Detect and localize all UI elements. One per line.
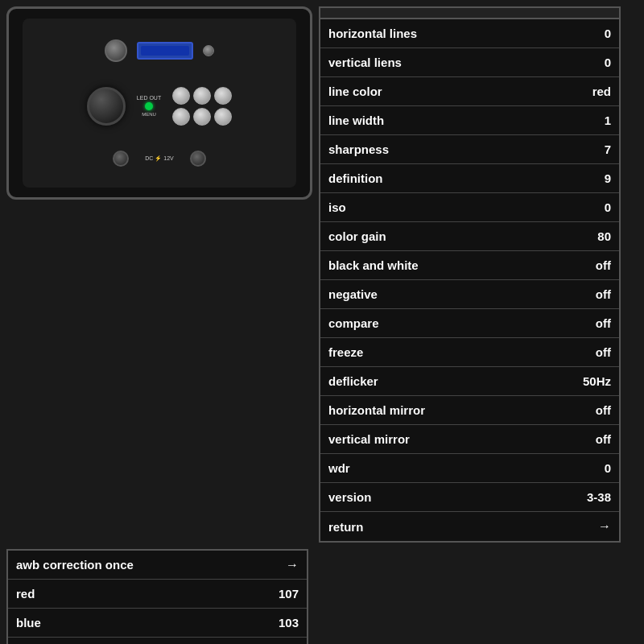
left-menu-panel: awb correction once→red107blue103awb mod… (6, 549, 308, 644)
camera-bottom-row: DC ⚡ 12V (31, 151, 288, 167)
camera-led-section: LED OUT MENU (137, 95, 161, 117)
right-row-label-15: wdr (328, 461, 350, 475)
right-menu-row-9[interactable]: negativeoff (320, 280, 619, 309)
left-row-value-0: → (286, 558, 299, 572)
right-row-label-1: vertical liens (328, 56, 402, 69)
right-row-value-0: 0 (605, 27, 611, 40)
right-row-label-14: vertical mirror (328, 432, 410, 446)
left-row-value-2: 103 (279, 616, 299, 630)
right-menu-row-17[interactable]: return→ (320, 512, 619, 541)
camera-section: LED OUT MENU DC ⚡ 12V (6, 6, 638, 543)
camera-knob-left (105, 39, 127, 62)
right-menu-row-4[interactable]: sharpness7 (320, 135, 619, 164)
right-row-label-7: color gain (328, 229, 386, 243)
camera-btn-2 (193, 87, 211, 105)
right-menu-row-10[interactable]: compareoff (320, 309, 619, 338)
camera-btn-4 (172, 108, 190, 126)
right-menu-row-7[interactable]: color gain80 (320, 222, 619, 251)
right-row-value-1: 0 (605, 56, 611, 69)
right-row-label-10: compare (328, 316, 379, 330)
right-row-value-15: 0 (605, 461, 611, 475)
left-rows-container: awb correction once→red107blue103awb mod… (8, 551, 307, 644)
camera-screw-right (203, 45, 214, 56)
camera-led-label: LED OUT (137, 95, 161, 101)
camera-device-image: LED OUT MENU DC ⚡ 12V (6, 6, 312, 200)
right-row-label-16: version (328, 490, 371, 504)
right-menu-row-15[interactable]: wdr0 (320, 454, 619, 483)
right-row-value-12: 50Hz (583, 374, 611, 388)
left-menu-row-1[interactable]: red107 (8, 580, 307, 609)
left-menu-row-0[interactable]: awb correction once→ (8, 551, 307, 580)
right-row-label-0: horizontal lines (328, 27, 417, 40)
right-menu-row-14[interactable]: vertical mirroroff (320, 425, 619, 454)
right-menu-row-0[interactable]: horizontal lines0 (320, 19, 619, 48)
right-row-value-8: off (596, 258, 611, 272)
right-row-label-3: line width (328, 114, 384, 127)
right-row-value-10: off (596, 316, 611, 330)
right-row-value-6: 0 (605, 200, 611, 214)
camera-port-right (190, 151, 206, 167)
right-row-value-13: off (596, 403, 611, 417)
right-row-value-14: off (596, 432, 611, 446)
right-row-value-4: 7 (605, 142, 611, 156)
right-row-label-9: negative (328, 287, 378, 301)
left-row-label-2: blue (16, 616, 41, 630)
right-menu-row-5[interactable]: definition9 (320, 164, 619, 193)
right-menu-row-12[interactable]: deflicker50Hz (320, 367, 619, 396)
camera-port-left (113, 151, 129, 167)
camera-buttons-group (172, 87, 232, 126)
camera-led-indicator (145, 102, 153, 110)
right-row-value-9: off (596, 287, 611, 301)
right-row-value-17: → (598, 519, 611, 534)
right-row-value-11: off (596, 345, 611, 359)
right-row-label-13: horizontal mirror (328, 403, 425, 417)
right-row-label-4: sharpness (328, 142, 389, 156)
right-menu-row-6[interactable]: iso0 (320, 193, 619, 222)
right-menu-row-1[interactable]: vertical liens0 (320, 48, 619, 77)
camera-btn-5 (193, 108, 211, 126)
camera-body: LED OUT MENU DC ⚡ 12V (23, 19, 296, 188)
left-row-value-1: 107 (279, 587, 299, 601)
right-row-value-7: 80 (597, 229, 611, 243)
camera-dc-label: DC ⚡ 12V (145, 155, 173, 162)
right-menu-row-16[interactable]: version3-38 (320, 483, 619, 512)
camera-lens (87, 87, 126, 126)
camera-top-row (31, 39, 288, 62)
right-row-value-2: red (592, 85, 611, 98)
right-row-label-8: black and white (328, 258, 419, 272)
right-row-label-12: deflicker (328, 374, 378, 388)
camera-vga-port (137, 42, 193, 60)
right-menu-row-2[interactable]: line colorred (320, 77, 619, 106)
camera-btn-3 (214, 87, 232, 105)
right-menu-row-8[interactable]: black and whiteoff (320, 251, 619, 280)
left-row-label-0: awb correction once (16, 558, 134, 572)
right-row-value-16: 3-38 (587, 490, 611, 504)
camera-menu-label: MENU (137, 112, 161, 117)
right-row-value-3: 1 (605, 114, 611, 127)
right-panel-header (320, 8, 619, 19)
camera-middle-row: LED OUT MENU (31, 87, 288, 126)
right-row-value-5: 9 (605, 171, 611, 185)
right-menu-row-13[interactable]: horizontal mirroroff (320, 396, 619, 425)
panels-row: awb correction once→red107blue103awb mod… (6, 549, 638, 644)
left-row-label-1: red (16, 587, 35, 601)
right-row-label-6: iso (328, 200, 346, 214)
right-row-label-2: line color (328, 85, 382, 98)
right-menu-row-11[interactable]: freezeoff (320, 338, 619, 367)
left-menu-row-2[interactable]: blue103 (8, 609, 307, 638)
right-row-label-17: return (328, 520, 363, 534)
right-row-label-5: definition (328, 171, 383, 185)
right-menu-panel: horizontal lines0vertical liens0line col… (319, 6, 621, 543)
right-rows-container: horizontal lines0vertical liens0line col… (320, 19, 619, 541)
right-row-label-11: freeze (328, 345, 363, 359)
camera-btn-6 (214, 108, 232, 126)
left-menu-row-3[interactable]: awb modemanual (8, 638, 307, 644)
camera-btn-1 (172, 87, 190, 105)
right-menu-row-3[interactable]: line width1 (320, 106, 619, 135)
